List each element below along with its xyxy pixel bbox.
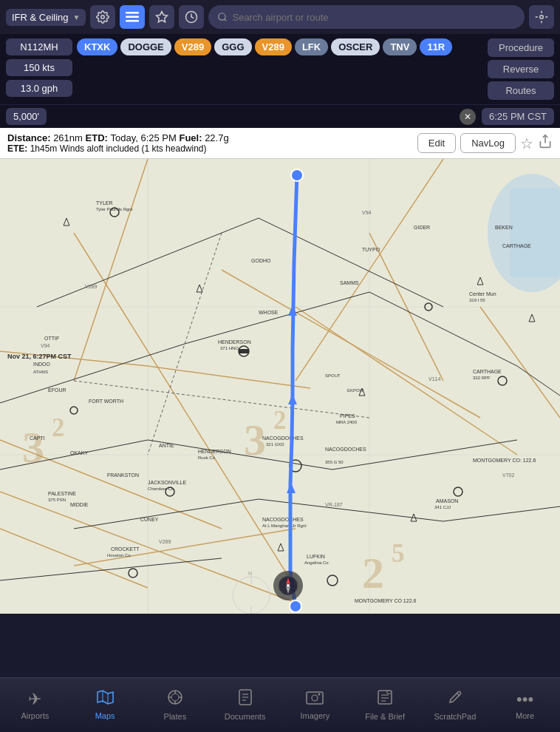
ete-value: 1h45m: [30, 143, 58, 154]
maps-icon: [96, 690, 114, 709]
svg-text:TYLER: TYLER: [96, 200, 113, 206]
search-input[interactable]: [232, 12, 516, 23]
distance-label: Distance:: [7, 132, 53, 143]
tab-more[interactable]: ••• More: [490, 678, 560, 732]
tab-scratchpad[interactable]: ScratchPad: [420, 678, 491, 732]
edit-button[interactable]: Edit: [417, 133, 456, 153]
compass-indicator: [273, 571, 303, 600]
svg-text:NACOGDOCHES: NACOGDOCHES: [262, 436, 304, 441]
svg-text:341 CJJ: 341 CJJ: [434, 505, 451, 509]
waypoint-11R[interactable]: 11R: [420, 38, 452, 55]
tab-maps[interactable]: Maps: [70, 678, 140, 732]
waypoint-TNV[interactable]: TNV: [383, 38, 417, 55]
chevron-down-icon: ▼: [73, 13, 81, 21]
waypoint-KTXK[interactable]: KTXK: [77, 38, 117, 55]
svg-text:2: 2: [362, 549, 384, 597]
ifr-selector[interactable]: IFR & Ceiling ▼: [6, 9, 86, 26]
svg-line-165: [457, 693, 460, 696]
list-view-button[interactable]: [120, 5, 145, 29]
svg-text:HENDERSON: HENDERSON: [198, 449, 231, 454]
svg-text:MIDDIE: MIDDIE: [70, 502, 89, 507]
waypoint-OSCER[interactable]: OSCER: [331, 38, 380, 55]
svg-text:MRA 2400: MRA 2400: [336, 420, 358, 424]
svg-text:HENDERSON: HENDERSON: [218, 339, 251, 345]
svg-text:NACOGDOCHES: NACOGDOCHES: [262, 517, 304, 522]
routes-button[interactable]: Routes: [488, 81, 554, 100]
documents-icon: [238, 689, 253, 710]
airway-V289-1[interactable]: V289: [174, 38, 211, 55]
aircraft-id[interactable]: N112MH: [6, 38, 72, 55]
waypoint-LFK[interactable]: LFK: [295, 38, 328, 55]
altitude-bar: 5,000' ✕ 6:25 PM CST: [0, 104, 560, 128]
airports-icon: ✈: [28, 690, 41, 709]
svg-text:CROCKETT: CROCKETT: [111, 546, 140, 552]
svg-text:Rusk Co: Rusk Co: [198, 455, 216, 460]
save-route-button[interactable]: ☆: [520, 135, 533, 152]
svg-text:GODHO: GODHO: [251, 258, 271, 263]
svg-text:BEKEN: BEKEN: [495, 225, 513, 230]
svg-text:CUNEY: CUNEY: [140, 517, 159, 522]
file-brief-icon: [377, 689, 393, 710]
svg-point-145: [287, 584, 290, 587]
speed-info[interactable]: 150 kts: [6, 59, 72, 76]
svg-text:371 HNO: 371 HNO: [220, 346, 239, 350]
svg-text:MONTGOMERY CO 122.6: MONTGOMERY CO 122.6: [355, 598, 416, 603]
tab-plates[interactable]: Plates: [140, 678, 211, 732]
altitude-display[interactable]: 5,000': [6, 108, 47, 125]
svg-point-0: [101, 16, 105, 19]
svg-text:V94: V94: [362, 210, 372, 215]
svg-text:INDOO: INDOO: [33, 362, 51, 367]
navlog-button[interactable]: NavLog: [460, 133, 516, 153]
etd-label: ETD:: [86, 132, 111, 143]
more-icon: •••: [516, 690, 533, 709]
svg-text:NACOGDOCHES: NACOGDOCHES: [325, 447, 366, 452]
ifr-label: IFR & Ceiling: [12, 12, 69, 23]
route-tags: KTXK DOGGE V289 GGG V289 LFK OSCER TNV 1…: [77, 38, 483, 55]
tab-file-brief[interactable]: File & Brief: [350, 678, 420, 732]
settings-button[interactable]: [90, 5, 115, 29]
svg-rect-161: [378, 691, 392, 704]
airway-V289-2[interactable]: V289: [255, 38, 292, 55]
svg-text:2: 2: [52, 413, 65, 442]
waypoint-DOGGE[interactable]: DOGGE: [120, 38, 171, 55]
svg-text:321 GXD: 321 GXD: [266, 442, 284, 447]
svg-text:OKAKY: OKAKY: [70, 450, 88, 455]
search-box[interactable]: [208, 5, 525, 29]
tab-documents[interactable]: Documents: [210, 678, 280, 732]
svg-text:Center Mun: Center Mun: [469, 291, 496, 296]
svg-text:WHOSE: WHOSE: [259, 310, 279, 315]
tab-imagery[interactable]: Imagery: [280, 678, 350, 732]
distance-row: Distance: 261nm ETD: Today, 6:25 PM Fuel…: [7, 132, 410, 143]
svg-text:V702: V702: [502, 472, 514, 478]
svg-rect-1: [126, 12, 139, 14]
gps-button[interactable]: [529, 5, 554, 29]
fuel-rate[interactable]: 13.0 gph: [6, 80, 72, 97]
route-info: N112MH 150 kts 13.0 gph: [6, 38, 72, 97]
reverse-button[interactable]: Reverse: [488, 60, 554, 78]
svg-rect-53: [239, 349, 249, 353]
waypoint-GGG[interactable]: GGG: [214, 38, 251, 55]
svg-rect-2: [126, 16, 139, 18]
svg-text:V289: V289: [85, 284, 97, 289]
favorites-button[interactable]: [149, 5, 174, 29]
history-button[interactable]: [179, 5, 204, 29]
svg-text:At L Mangham Jr Rgnl: At L Mangham Jr Rgnl: [262, 523, 306, 528]
winds-info: Winds aloft included (1 kts headwind): [60, 143, 207, 154]
procedure-button[interactable]: Procedure: [488, 38, 554, 57]
tab-airports[interactable]: ✈ Airports: [0, 678, 70, 732]
svg-rect-12: [510, 189, 560, 277]
svg-text:2: 2: [273, 406, 287, 435]
imagery-icon: [306, 690, 324, 709]
map-area[interactable]: 3 2 3 2 2 5 TYLER Tyler Pounds Rgnl HEND…: [0, 159, 560, 614]
svg-marker-4: [157, 12, 168, 22]
right-buttons: Procedure Reverse Routes: [488, 38, 554, 100]
svg-point-101: [291, 169, 303, 181]
share-route-button[interactable]: [538, 134, 553, 152]
svg-text:EKPOW: EKPOW: [347, 388, 364, 393]
time-display: 6:25 PM CST: [482, 108, 554, 125]
close-route-button[interactable]: ✕: [460, 109, 476, 125]
svg-text:V289: V289: [159, 539, 171, 544]
ete-label: ETE:: [7, 143, 30, 154]
svg-text:332 RPF: 332 RPF: [473, 376, 491, 380]
svg-text:OTTIF: OTTIF: [44, 336, 59, 341]
